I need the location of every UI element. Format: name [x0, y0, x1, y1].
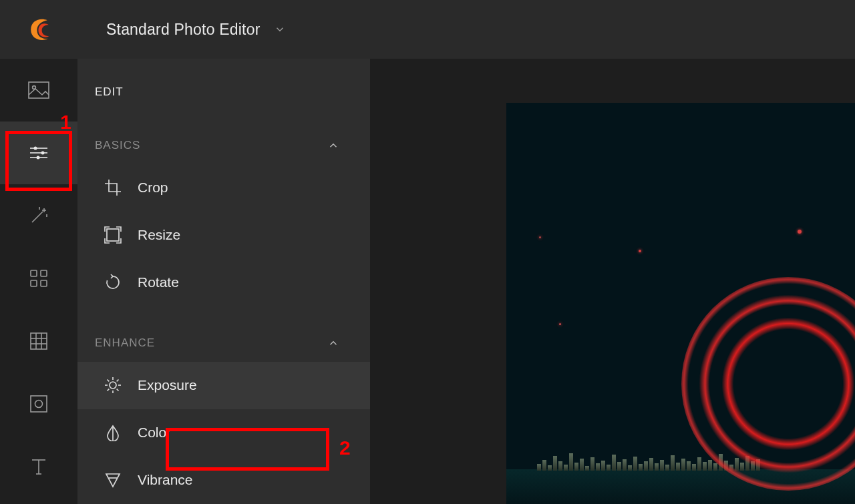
- svg-point-7: [37, 156, 40, 160]
- svg-line-34: [117, 389, 119, 391]
- text-tool[interactable]: [0, 435, 77, 498]
- color-item[interactable]: Color: [77, 409, 370, 457]
- app-title: Standard Photo Editor: [106, 21, 261, 39]
- chevron-up-icon: [327, 337, 339, 349]
- vibrance-icon: [104, 471, 138, 489]
- rotate-item[interactable]: Rotate: [77, 258, 370, 306]
- camera-tool[interactable]: [0, 372, 77, 435]
- resize-icon: [104, 226, 138, 244]
- svg-rect-27: [107, 229, 119, 241]
- svg-line-33: [108, 380, 110, 382]
- svg-point-23: [35, 401, 43, 408]
- app-header: Standard Photo Editor: [0, 0, 855, 59]
- vibrance-item[interactable]: Vibrance: [77, 457, 370, 504]
- item-label: Resize: [138, 227, 180, 243]
- exposure-item[interactable]: Exposure: [77, 362, 370, 409]
- svg-rect-15: [31, 280, 37, 286]
- svg-point-5: [41, 152, 45, 155]
- crop-icon: [104, 179, 138, 196]
- crop-item[interactable]: Crop: [77, 164, 370, 211]
- item-label: Color: [138, 425, 171, 441]
- magic-wand-tool[interactable]: [0, 184, 77, 247]
- item-label: Rotate: [138, 274, 179, 290]
- svg-marker-37: [106, 474, 120, 487]
- svg-rect-14: [41, 270, 47, 276]
- color-icon: [104, 424, 138, 441]
- item-label: Exposure: [138, 377, 197, 393]
- svg-rect-13: [31, 270, 37, 276]
- svg-rect-16: [41, 280, 47, 286]
- svg-line-36: [117, 380, 119, 382]
- section-enhance-header[interactable]: ENHANCE: [77, 325, 370, 362]
- grid-tool[interactable]: [0, 247, 77, 310]
- rotate-icon: [104, 274, 138, 291]
- exposure-icon: [104, 376, 138, 394]
- svg-rect-17: [31, 333, 47, 349]
- svg-rect-0: [29, 82, 49, 98]
- item-label: Vibrance: [138, 472, 193, 488]
- app-logo-icon: [25, 16, 53, 43]
- annotation-number-1: 1: [60, 111, 71, 134]
- svg-point-28: [110, 382, 116, 389]
- canvas-area: [370, 59, 855, 504]
- resize-item[interactable]: Resize: [77, 211, 370, 258]
- edited-image[interactable]: [506, 103, 855, 504]
- svg-line-35: [108, 389, 110, 391]
- panel-title: EDIT: [77, 64, 370, 104]
- section-label: BASICS: [95, 139, 140, 152]
- chevron-up-icon: [327, 140, 339, 152]
- matrix-tool[interactable]: [0, 310, 77, 372]
- app-title-dropdown[interactable]: Standard Photo Editor: [106, 21, 286, 39]
- annotation-number-2: 2: [339, 437, 351, 459]
- svg-point-3: [34, 147, 37, 150]
- svg-rect-22: [31, 396, 47, 412]
- svg-line-8: [32, 212, 43, 222]
- edit-panel: EDIT BASICS Crop Resize Rotate ENHANCE E…: [77, 59, 370, 504]
- item-label: Crop: [138, 180, 168, 196]
- section-basics-header[interactable]: BASICS: [77, 127, 370, 164]
- chevron-down-icon: [274, 23, 286, 35]
- section-label: ENHANCE: [95, 336, 155, 350]
